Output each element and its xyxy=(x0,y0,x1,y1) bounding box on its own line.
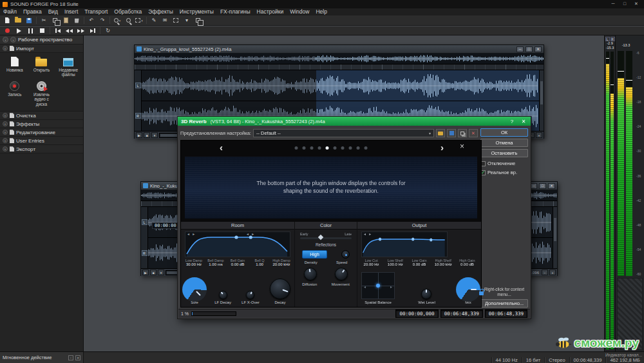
menu-item[interactable]: Файл xyxy=(0,8,20,15)
doc-minimize-button[interactable]: ─ xyxy=(516,46,524,52)
preset-delete-button[interactable]: ✕ xyxy=(469,129,478,137)
zoom-tool-button[interactable]: ▾ xyxy=(112,16,122,25)
doc-title-bar[interactable]: Kino_-_Gruppa_krovi_55527245 (2).m4a ─ □… xyxy=(135,45,544,54)
preset-copy-button[interactable] xyxy=(458,129,467,137)
time-ruler[interactable] xyxy=(135,64,544,70)
pager-dot[interactable] xyxy=(326,146,329,150)
preset-open-button[interactable] xyxy=(436,129,445,137)
marker-tool-button[interactable]: ▾ xyxy=(182,16,192,25)
mini-play-button[interactable]: ▶ xyxy=(142,270,149,275)
param[interactable]: Bell Gain 0.00 dB xyxy=(227,259,249,266)
menu-item[interactable]: Эффекты xyxy=(145,8,176,15)
save-button[interactable] xyxy=(24,16,34,25)
ok-button[interactable]: ОК xyxy=(480,128,528,137)
speed-knob[interactable] xyxy=(341,250,350,259)
pager-dot[interactable] xyxy=(303,146,306,150)
nav-forward-icon[interactable]: › xyxy=(10,37,16,43)
close-button[interactable]: ✕ xyxy=(631,1,641,8)
rewind-button[interactable] xyxy=(64,27,75,35)
zoom-in-button[interactable]: + xyxy=(549,270,556,275)
stop-button[interactable] xyxy=(37,27,48,35)
pager-dot[interactable] xyxy=(357,146,360,150)
mini-play-button[interactable]: ▶ xyxy=(136,132,142,138)
param[interactable]: Low Cut 20.00 Hz xyxy=(359,259,383,266)
movement-knob[interactable] xyxy=(335,268,348,280)
bypass-checkbox[interactable]: Отключение xyxy=(480,161,528,166)
room-eq-graph[interactable]: ◄ ► ◄ ► xyxy=(185,231,290,257)
diffusion-knob[interactable] xyxy=(304,268,317,280)
pager-close-button[interactable]: × xyxy=(460,142,464,151)
stop-button[interactable]: Остановить xyxy=(480,149,528,157)
pager-prev-button[interactable]: ‹ xyxy=(220,141,223,155)
go-to-end-button[interactable] xyxy=(87,27,98,35)
delete-button[interactable] xyxy=(71,16,82,25)
menu-item[interactable]: Transport xyxy=(81,8,111,15)
param[interactable]: High Damp 20.00 kHz xyxy=(270,259,292,266)
magnify-tool-button[interactable] xyxy=(123,16,133,25)
param[interactable]: Low Shelf 100.0 Hz xyxy=(383,259,407,266)
pager-dot[interactable] xyxy=(349,146,352,150)
menu-item[interactable]: Настройки xyxy=(254,8,287,15)
preset-dropdown[interactable]: -- Default -- ▾ xyxy=(253,129,434,137)
menu-item[interactable]: Help xyxy=(312,8,330,15)
maximize-button[interactable]: □ xyxy=(620,1,630,8)
param[interactable]: Bell Q 1.00 xyxy=(249,259,270,266)
new-file-button[interactable] xyxy=(2,16,12,25)
param[interactable]: High Shelf 10.00 kHz xyxy=(431,259,455,266)
sidebar-section-import[interactable]: › Импорт xyxy=(0,44,83,53)
sidebar-section[interactable]: › Очистка xyxy=(0,112,83,120)
mini-stop-button[interactable]: ■ xyxy=(144,132,150,138)
channel-right-badge[interactable]: R xyxy=(135,113,141,119)
pager-next-button[interactable]: › xyxy=(440,141,444,155)
param[interactable]: Bell Damp 1.00 ms xyxy=(205,259,227,266)
output-eq-graph[interactable]: ◄ ► xyxy=(361,231,448,257)
meter-left-badge[interactable]: L xyxy=(605,37,610,41)
go-to-start-button[interactable] xyxy=(52,27,63,35)
spatial-balance-pad[interactable]: ◄ ► xyxy=(361,272,395,299)
minimize-button[interactable]: ─ xyxy=(608,1,618,8)
edit-tool-button[interactable]: ✎ xyxy=(149,16,159,25)
pager-dot[interactable] xyxy=(295,146,298,150)
cancel-button[interactable]: Отмена xyxy=(480,139,528,147)
lock-icon[interactable] xyxy=(479,291,484,295)
pager-dot[interactable] xyxy=(318,146,321,150)
menu-item[interactable]: Вид xyxy=(45,8,61,15)
instant-action-tab[interactable]: Мгновенное действие ▫ ✕ xyxy=(0,352,84,363)
param[interactable]: Low Damp 30.00 Hz xyxy=(183,259,205,266)
preset-save-button[interactable] xyxy=(447,129,456,137)
undo-button[interactable]: ↶ xyxy=(86,16,97,25)
selection-tool-button[interactable]: ▾ xyxy=(134,16,144,25)
event-tool-button[interactable] xyxy=(171,16,181,25)
close-icon[interactable]: ✕ xyxy=(75,355,80,360)
menu-item[interactable]: Правка xyxy=(20,8,45,15)
decay-knob[interactable] xyxy=(270,279,290,299)
loop-playback-button[interactable]: ↻ xyxy=(102,27,113,35)
cut-button[interactable]: ✂ xyxy=(39,16,49,25)
meter-right-badge[interactable]: R xyxy=(611,37,615,41)
doc-restore-button[interactable]: □ xyxy=(539,183,546,189)
lf-xover-knob[interactable] xyxy=(246,291,254,299)
mini-marker-button[interactable]: ▾ xyxy=(151,132,158,138)
reflections-slider[interactable]: Early Late xyxy=(300,232,352,240)
record-button[interactable] xyxy=(2,27,13,35)
snapshot-tool-button[interactable] xyxy=(193,16,203,25)
mini-stop-button[interactable]: ■ xyxy=(150,270,156,275)
pager-dot[interactable] xyxy=(341,146,345,150)
menu-item[interactable]: Обработка xyxy=(111,8,145,15)
mini-marker-button[interactable]: ▾ xyxy=(158,270,164,275)
dialog-help-button[interactable]: ? xyxy=(508,119,516,124)
realtime-checkbox[interactable]: Реальное вр. xyxy=(480,170,528,175)
doc-close-button[interactable]: ✕ xyxy=(548,183,555,189)
param[interactable]: High Gain 0.00 dB xyxy=(455,259,479,266)
channel-left-badge[interactable]: L xyxy=(135,83,141,88)
more-button[interactable]: Дополнительно... xyxy=(480,299,528,308)
pad-handle[interactable] xyxy=(376,284,380,288)
tile-record[interactable]: Запись xyxy=(2,80,28,108)
pager-dot[interactable] xyxy=(310,146,314,150)
channel-right-badge[interactable]: R xyxy=(142,250,147,256)
copy-button[interactable] xyxy=(50,16,60,25)
zoom-out-button[interactable]: − xyxy=(542,270,548,275)
mix-knob[interactable] xyxy=(459,280,478,299)
forward-button[interactable] xyxy=(75,27,86,35)
tile-extract-audio[interactable]: Извлечь аудио с диска xyxy=(29,80,55,108)
